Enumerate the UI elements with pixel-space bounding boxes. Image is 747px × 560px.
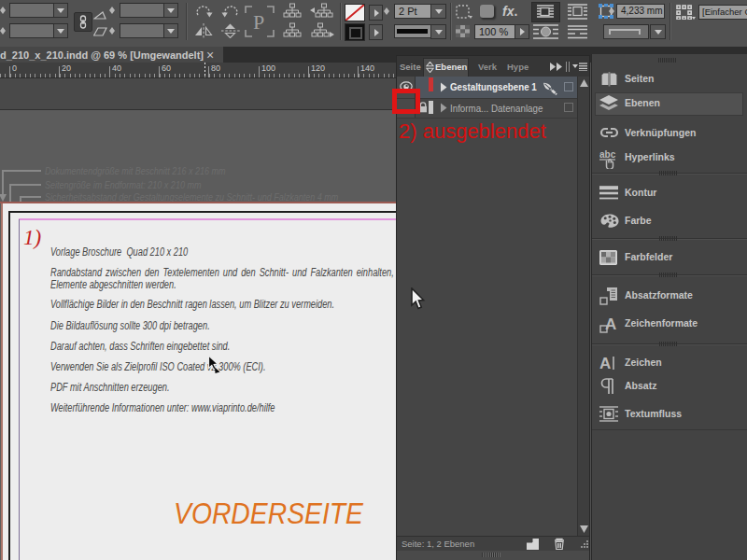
svg-text:abc: abc bbox=[599, 149, 616, 160]
svg-text:P: P bbox=[253, 10, 264, 34]
svg-text:A: A bbox=[605, 315, 616, 333]
svg-text:A: A bbox=[599, 355, 611, 371]
